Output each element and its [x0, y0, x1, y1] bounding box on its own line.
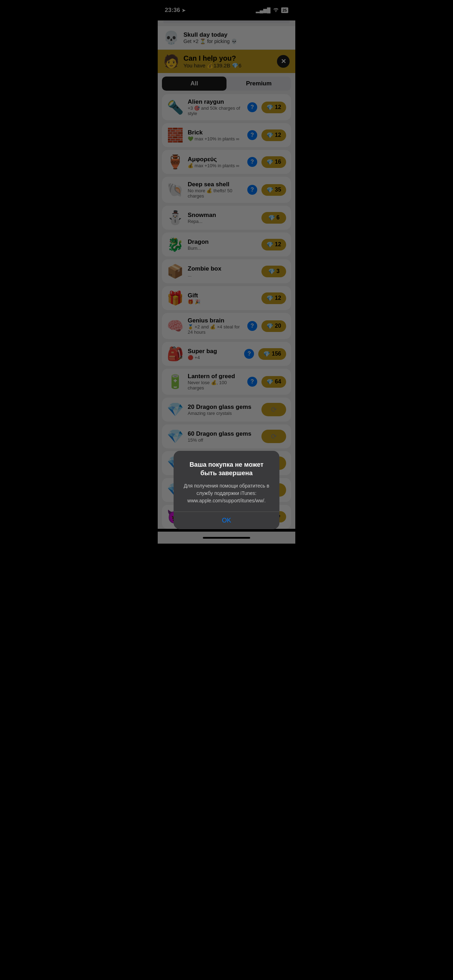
modal-title: Ваша покупка не может быть завершена	[182, 461, 271, 477]
modal-message: Для получения помощи обратитесь в службу…	[182, 482, 271, 504]
modal-box: Ваша покупка не может быть завершена Для…	[173, 451, 280, 529]
modal-overlay: Ваша покупка не может быть завершена Для…	[158, 0, 295, 544]
modal-ok-button[interactable]: OK	[182, 512, 271, 529]
